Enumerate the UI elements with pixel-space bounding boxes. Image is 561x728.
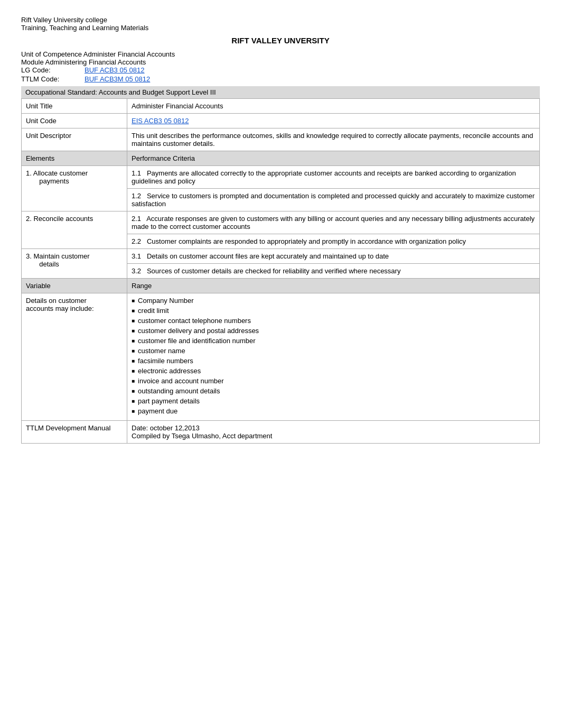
element-2-label: 2. Reconcile accounts	[22, 211, 127, 249]
criteria-3-1-num: 3.1	[132, 252, 145, 260]
item-text: outstanding amount details	[138, 387, 220, 395]
element-1-number: 1.	[26, 169, 33, 177]
list-item: ■Company Number	[132, 297, 535, 305]
list-item: ■credit limit	[132, 307, 535, 315]
occupational-standard: Occupational Standard: Accounts and Budg…	[21, 86, 540, 98]
ttlm-code-label: TTLM Code:	[21, 75, 85, 83]
footer-compiled: Compiled by Tsega Ulmasho, Acct departme…	[132, 432, 535, 440]
item-text: customer contact telephone numbers	[138, 317, 251, 325]
element-3-row-1: 3. Maintain customer details 3.1 Details…	[22, 249, 540, 264]
footer-row: TTLM Development Manual Date: october 12…	[22, 421, 540, 444]
element-2-title: Reconcile accounts	[33, 215, 93, 223]
unit-title-value: Administer Financial Accounts	[127, 99, 540, 114]
variable-details-row: Details on customeraccounts may include:…	[22, 293, 540, 421]
institution-header: Rift Valley University college Training,…	[21, 16, 540, 32]
lg-code-value[interactable]: BUF ACB3 05 0812	[85, 66, 144, 74]
module-line: Module Administering Financial Accounts	[21, 58, 540, 66]
element-2-row-1: 2. Reconcile accounts 2.1 Accurate respo…	[22, 211, 540, 234]
variable-header-cell: Variable	[22, 279, 127, 293]
criteria-2-1-text: Accurate responses are given to customer…	[132, 215, 535, 231]
element-3-number: 3.	[26, 252, 33, 260]
variable-details-label: Details on customeraccounts may include:	[22, 293, 127, 421]
unit-descriptor-label: Unit Descriptor	[22, 128, 127, 151]
bullet-icon: ■	[132, 368, 135, 374]
criteria-3-2-text: Sources of customer details are checked …	[147, 267, 401, 275]
bullet-icon: ■	[132, 298, 135, 303]
criteria-2-2-num: 2.2	[132, 237, 145, 245]
bullet-icon: ■	[132, 338, 135, 344]
list-item: ■electronic addresses	[132, 367, 535, 375]
criteria-2-1-num: 2.1	[132, 215, 145, 223]
variable-header-row: Variable Range	[22, 279, 540, 293]
criteria-3-1: 3.1 Details on customer account files ar…	[127, 249, 540, 264]
item-text: part payment details	[138, 397, 200, 405]
item-text: payment due	[138, 407, 177, 415]
list-item: ■customer file and identification number	[132, 337, 535, 345]
meta-section: Unit of Competence Administer Financial …	[21, 50, 540, 83]
unit-title-row: Unit Title Administer Financial Accounts	[22, 99, 540, 114]
item-text: Company Number	[138, 297, 194, 305]
center-title: RIFT VALLEY UNVERSITY	[21, 36, 540, 45]
bullet-icon: ■	[132, 378, 135, 384]
range-header-cell: Range	[127, 279, 540, 293]
institution-name: Rift Valley University college	[21, 16, 540, 24]
list-item: ■invoice and account number	[132, 377, 535, 385]
bullet-icon: ■	[132, 398, 135, 404]
unit-descriptor-row: Unit Descriptor This unit describes the …	[22, 128, 540, 151]
variable-details-label-text: Details on customeraccounts may include:	[26, 297, 94, 312]
element-1-title: Allocate customer payments	[26, 169, 88, 185]
criteria-1-2: 1.2 Service to customers is prompted and…	[127, 189, 540, 211]
item-text: electronic addresses	[138, 367, 201, 375]
criteria-3-2-num: 3.2	[132, 267, 145, 275]
item-text: customer name	[138, 347, 185, 355]
elements-header-cell: Elements	[22, 151, 127, 166]
lg-code-label: LG Code:	[21, 66, 85, 74]
item-text: facsimile numbers	[138, 357, 193, 365]
bullet-icon: ■	[132, 358, 135, 364]
footer-left-cell: TTLM Development Manual	[22, 421, 127, 444]
footer-date: Date: october 12,2013	[132, 424, 535, 432]
ttlm-code-row: TTLM Code: BUF ACB3M 05 0812	[21, 75, 540, 83]
unit-code-label: Unit Code	[22, 114, 127, 128]
variable-details-value: ■Company Number ■credit limit ■customer …	[127, 293, 540, 421]
criteria-1-1-num: 1.1	[132, 169, 145, 177]
unit-descriptor-value: This unit describes the performance outc…	[127, 128, 540, 151]
element-2-number: 2.	[26, 215, 33, 223]
list-item: ■payment due	[132, 407, 535, 415]
bullet-icon: ■	[132, 328, 135, 334]
criteria-2-1: 2.1 Accurate responses are given to cust…	[127, 211, 540, 234]
criteria-1-2-text: Service to customers is prompted and doc…	[132, 192, 535, 208]
variable-items-list: ■Company Number ■credit limit ■customer …	[132, 297, 535, 415]
footer-right-cell: Date: october 12,2013 Compiled by Tsega …	[127, 421, 540, 444]
item-text: customer delivery and postal addresses	[138, 327, 259, 335]
item-text: invoice and account number	[138, 377, 224, 385]
list-item: ■customer delivery and postal addresses	[132, 327, 535, 335]
unit-code-value[interactable]: EIS ACB3 05 0812	[127, 114, 540, 128]
element-3-label: 3. Maintain customer details	[22, 249, 127, 279]
main-table: Unit Title Administer Financial Accounts…	[21, 98, 540, 444]
performance-criteria-header-cell: Performance Criteria	[127, 151, 540, 166]
criteria-2-2-text: Customer complaints are responded to app…	[147, 237, 466, 245]
element-3-title: Maintain customer details	[26, 252, 90, 268]
element-1-row-1: 1. Allocate customer payments 1.1 Paymen…	[22, 166, 540, 189]
item-text: credit limit	[138, 307, 169, 315]
bullet-icon: ■	[132, 408, 135, 414]
criteria-3-2: 3.2 Sources of customer details are chec…	[127, 264, 540, 279]
list-item: ■part payment details	[132, 397, 535, 405]
item-text: customer file and identification number	[138, 337, 256, 345]
unit-title-label: Unit Title	[22, 99, 127, 114]
bullet-icon: ■	[132, 388, 135, 394]
lg-code-row: LG Code: BUF ACB3 05 0812	[21, 66, 540, 74]
list-item: ■facsimile numbers	[132, 357, 535, 365]
criteria-1-2-num: 1.2	[132, 192, 145, 200]
ttlm-code-value[interactable]: BUF ACB3M 05 0812	[85, 75, 150, 83]
bullet-icon: ■	[132, 308, 135, 314]
unit-of-competence: Unit of Competence Administer Financial …	[21, 50, 540, 58]
list-item: ■customer contact telephone numbers	[132, 317, 535, 325]
criteria-1-1-text: Payments are allocated correctly to the …	[132, 169, 516, 185]
element-1-label: 1. Allocate customer payments	[22, 166, 127, 211]
criteria-2-2: 2.2 Customer complaints are responded to…	[127, 234, 540, 249]
list-item: ■customer name	[132, 347, 535, 355]
bullet-icon: ■	[132, 318, 135, 324]
institution-subtitle: Training, Teaching and Learning Material…	[21, 24, 540, 32]
